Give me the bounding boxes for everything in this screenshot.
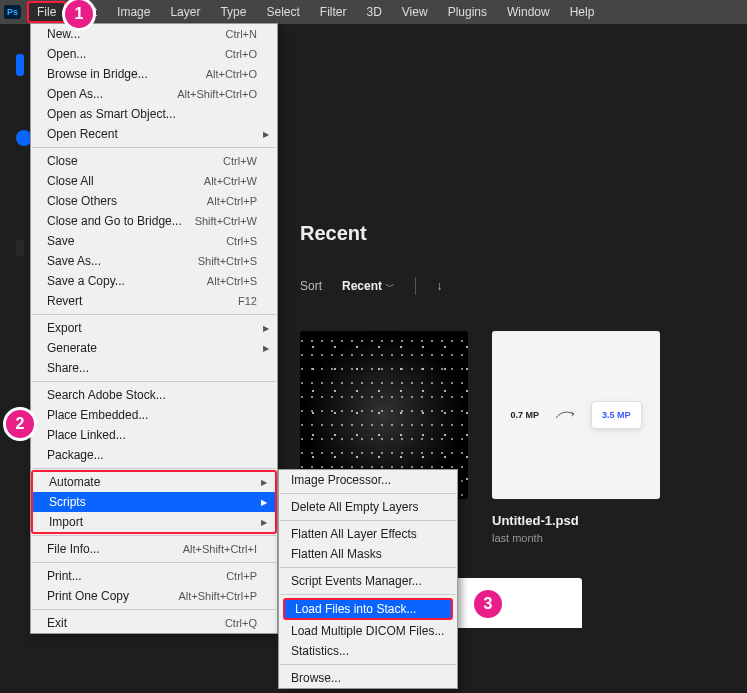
menu-view[interactable]: View xyxy=(392,1,438,23)
menu-item-save-a-copy[interactable]: Save a Copy...Alt+Ctrl+S xyxy=(31,271,277,291)
menu-item-print-one-copy[interactable]: Print One CopyAlt+Shift+Ctrl+P xyxy=(31,586,277,606)
menu-item-place-linked[interactable]: Place Linked... xyxy=(31,425,277,445)
submenu-separator xyxy=(280,493,456,494)
menu-item-label: Close and Go to Bridge... xyxy=(47,214,182,228)
submenu-item-label: Flatten All Masks xyxy=(291,547,382,561)
menu-item-save[interactable]: SaveCtrl+S xyxy=(31,231,277,251)
menu-separator xyxy=(32,381,276,382)
menu-item-share[interactable]: Share... xyxy=(31,358,277,378)
menu-item-shortcut: Shift+Ctrl+S xyxy=(198,255,257,267)
menu-layer[interactable]: Layer xyxy=(160,1,210,23)
submenu-item-delete-all-empty-layers[interactable]: Delete All Empty Layers xyxy=(279,497,457,517)
menu-item-shortcut: Ctrl+N xyxy=(226,28,257,40)
submenu-item-statistics[interactable]: Statistics... xyxy=(279,641,457,661)
submenu-separator xyxy=(280,664,456,665)
chevron-down-icon: ﹀ xyxy=(385,281,395,292)
menu-item-label: Search Adobe Stock... xyxy=(47,388,166,402)
menu-item-search-adobe-stock[interactable]: Search Adobe Stock... xyxy=(31,385,277,405)
menu-item-open-recent[interactable]: Open Recent xyxy=(31,124,277,144)
submenu-item-label: Delete All Empty Layers xyxy=(291,500,418,514)
menu-item-place-embedded[interactable]: Place Embedded... xyxy=(31,405,277,425)
menu-item-label: Automate xyxy=(49,475,100,489)
menu-3d[interactable]: 3D xyxy=(356,1,391,23)
menu-separator xyxy=(32,609,276,610)
submenu-separator xyxy=(280,520,456,521)
submenu-item-browse[interactable]: Browse... xyxy=(279,668,457,688)
ps-logo: Ps xyxy=(4,5,21,19)
menu-item-close[interactable]: CloseCtrl+W xyxy=(31,151,277,171)
menu-separator xyxy=(32,147,276,148)
menu-item-print[interactable]: Print...Ctrl+P xyxy=(31,566,277,586)
menu-item-label: Print One Copy xyxy=(47,589,129,603)
menu-item-scripts[interactable]: Scripts xyxy=(33,492,275,512)
menu-item-file-info[interactable]: File Info...Alt+Shift+Ctrl+I xyxy=(31,539,277,559)
menu-type[interactable]: Type xyxy=(210,1,256,23)
menu-item-close-all[interactable]: Close AllAlt+Ctrl+W xyxy=(31,171,277,191)
menu-select[interactable]: Select xyxy=(256,1,309,23)
submenu-item-image-processor[interactable]: Image Processor... xyxy=(279,470,457,490)
menu-item-save-as[interactable]: Save As...Shift+Ctrl+S xyxy=(31,251,277,271)
menu-item-label: Place Linked... xyxy=(47,428,126,442)
menu-item-label: Save a Copy... xyxy=(47,274,125,288)
menu-item-generate[interactable]: Generate xyxy=(31,338,277,358)
menu-item-shortcut: F12 xyxy=(238,295,257,307)
submenu-item-label: Image Processor... xyxy=(291,473,391,487)
menu-file[interactable]: File xyxy=(27,1,66,23)
menu-window[interactable]: Window xyxy=(497,1,560,23)
mp-right: 3.5 MP xyxy=(591,401,642,429)
menu-item-shortcut: Ctrl+O xyxy=(225,48,257,60)
menu-item-label: Scripts xyxy=(49,495,86,509)
annotation-badge-2: 2 xyxy=(3,407,37,441)
menu-item-label: Close Others xyxy=(47,194,117,208)
menu-item-shortcut: Ctrl+P xyxy=(226,570,257,582)
menu-image[interactable]: Image xyxy=(107,1,160,23)
menu-separator xyxy=(32,562,276,563)
menu-item-browse-in-bridge[interactable]: Browse in Bridge...Alt+Ctrl+O xyxy=(31,64,277,84)
menu-separator xyxy=(32,535,276,536)
sidebar-fragment xyxy=(16,240,24,256)
submenu-item-script-events-manager[interactable]: Script Events Manager... xyxy=(279,571,457,591)
menu-item-exit[interactable]: ExitCtrl+Q xyxy=(31,613,277,633)
submenu-item-label: Browse... xyxy=(291,671,341,685)
menu-filter[interactable]: Filter xyxy=(310,1,357,23)
menu-item-label: Share... xyxy=(47,361,89,375)
sort-direction-icon[interactable]: ↓ xyxy=(436,279,442,293)
menu-item-shortcut: Alt+Shift+Ctrl+O xyxy=(177,88,257,100)
menu-item-label: File Info... xyxy=(47,542,100,556)
menu-item-revert[interactable]: RevertF12 xyxy=(31,291,277,311)
menu-item-open[interactable]: Open...Ctrl+O xyxy=(31,44,277,64)
menu-plugins[interactable]: Plugins xyxy=(438,1,497,23)
menu-item-label: Revert xyxy=(47,294,82,308)
menu-item-open-as-smart-object[interactable]: Open as Smart Object... xyxy=(31,104,277,124)
recent-file-2-thumb[interactable]: 0.7 MP 3.5 MP xyxy=(492,331,660,499)
menu-item-shortcut: Shift+Ctrl+W xyxy=(195,215,257,227)
menu-item-import[interactable]: Import xyxy=(33,512,275,532)
home-create-button-fragment[interactable] xyxy=(16,54,24,76)
submenu-item-load-multiple-dicom-files[interactable]: Load Multiple DICOM Files... xyxy=(279,621,457,641)
menu-item-shortcut: Alt+Shift+Ctrl+P xyxy=(178,590,257,602)
menu-item-close-others[interactable]: Close OthersAlt+Ctrl+P xyxy=(31,191,277,211)
menu-item-label: Save As... xyxy=(47,254,101,268)
menu-item-automate[interactable]: Automate xyxy=(33,472,275,492)
menu-item-label: Export xyxy=(47,321,82,335)
sort-label: Sort xyxy=(300,279,322,293)
menubar: Ps File Edit Image Layer Type Select Fil… xyxy=(0,0,747,24)
arrow-icon xyxy=(555,409,575,421)
submenu-item-flatten-all-layer-effects[interactable]: Flatten All Layer Effects xyxy=(279,524,457,544)
menu-item-label: Save xyxy=(47,234,74,248)
menu-item-package[interactable]: Package... xyxy=(31,445,277,465)
menu-item-close-and-go-to-bridge[interactable]: Close and Go to Bridge...Shift+Ctrl+W xyxy=(31,211,277,231)
recent-file-2-sub: last month xyxy=(492,532,660,544)
menu-item-export[interactable]: Export xyxy=(31,318,277,338)
submenu-item-load-files-into-stack[interactable]: Load Files into Stack... xyxy=(283,598,453,620)
submenu-item-flatten-all-masks[interactable]: Flatten All Masks xyxy=(279,544,457,564)
sort-row: Sort Recent ﹀ ↓ xyxy=(300,277,737,295)
recent-file-4-thumb[interactable] xyxy=(442,578,582,628)
menu-item-open-as[interactable]: Open As...Alt+Shift+Ctrl+O xyxy=(31,84,277,104)
menu-help[interactable]: Help xyxy=(560,1,605,23)
menu-item-label: Open Recent xyxy=(47,127,118,141)
menu-item-label: Open as Smart Object... xyxy=(47,107,176,121)
sort-select[interactable]: Recent ﹀ xyxy=(342,279,395,294)
submenu-separator xyxy=(280,594,456,595)
menu-item-shortcut: Alt+Shift+Ctrl+I xyxy=(183,543,257,555)
